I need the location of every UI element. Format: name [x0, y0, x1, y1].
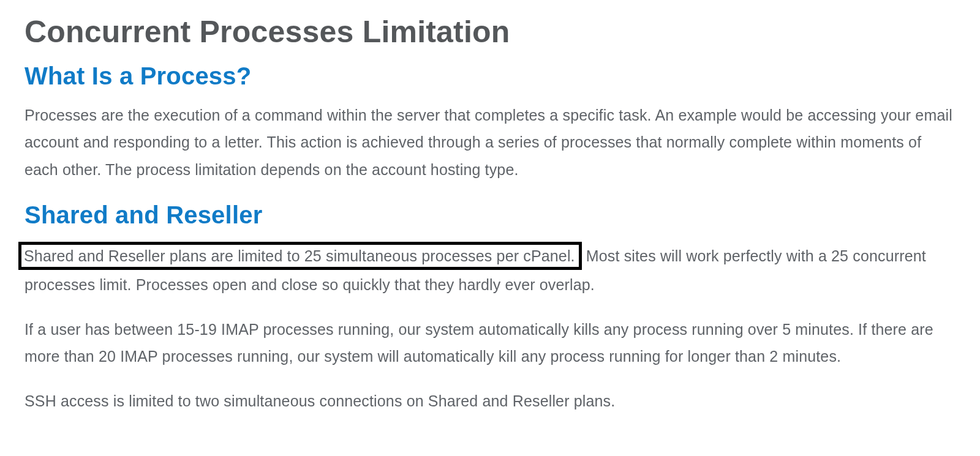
paragraph-what-is-process: Processes are the execution of a command… [24, 102, 956, 184]
paragraph-shared-reseller-limits: Shared and Reseller plans are limited to… [24, 241, 956, 299]
document-page: Concurrent Processes Limitation What Is … [0, 0, 980, 456]
section-heading-what-is-process: What Is a Process? [24, 61, 956, 91]
highlighted-sentence: Shared and Reseller plans are limited to… [18, 242, 582, 270]
page-title: Concurrent Processes Limitation [24, 15, 956, 50]
paragraph-ssh-limits: SSH access is limited to two simultaneou… [24, 387, 956, 415]
section-heading-shared-reseller: Shared and Reseller [24, 200, 956, 230]
paragraph-imap-limits: If a user has between 15-19 IMAP process… [24, 316, 956, 370]
